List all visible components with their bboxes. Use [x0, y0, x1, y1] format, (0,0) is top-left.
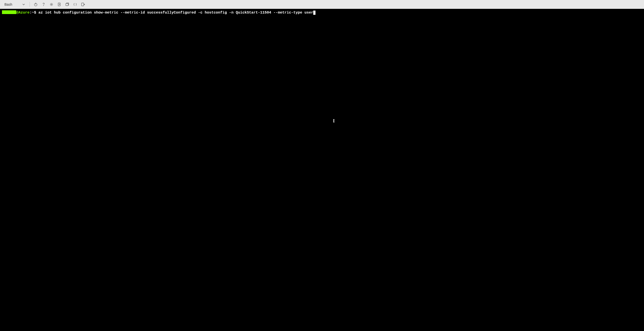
terminal-cursor — [313, 10, 316, 15]
shell-name-label: Bash — [4, 2, 12, 6]
prompt-path: ~ — [32, 10, 34, 15]
toolbar-divider — [30, 2, 30, 7]
prompt-colon: : — [30, 10, 32, 15]
web-preview-button[interactable] — [80, 1, 86, 8]
cloud-shell-toolbar: Bash — [0, 0, 644, 9]
mouse-text-cursor: I — [333, 118, 335, 124]
help-button[interactable] — [40, 1, 47, 8]
editor-button[interactable] — [72, 1, 78, 8]
terminal-area[interactable]: @Azure:~$ az iot hub configuration show-… — [0, 9, 644, 331]
upload-download-button[interactable] — [56, 1, 63, 8]
restart-button[interactable] — [32, 1, 39, 8]
shell-selector-dropdown[interactable]: Bash — [2, 2, 27, 8]
svg-point-3 — [51, 4, 52, 5]
new-session-button[interactable] — [64, 1, 71, 8]
terminal-prompt-line: @Azure:~$ az iot hub configuration show-… — [2, 10, 642, 15]
redacted-username — [2, 10, 16, 14]
settings-button[interactable] — [48, 1, 55, 8]
prompt-dollar: $ — [34, 10, 36, 15]
svg-point-2 — [43, 5, 44, 6]
prompt-host: Azure — [18, 10, 30, 15]
command-text: az iot hub configuration show-metric --m… — [38, 10, 313, 15]
chevron-down-icon — [22, 3, 25, 6]
svg-rect-5 — [66, 4, 68, 6]
svg-rect-6 — [82, 3, 84, 6]
prompt-at: @ — [16, 10, 18, 15]
